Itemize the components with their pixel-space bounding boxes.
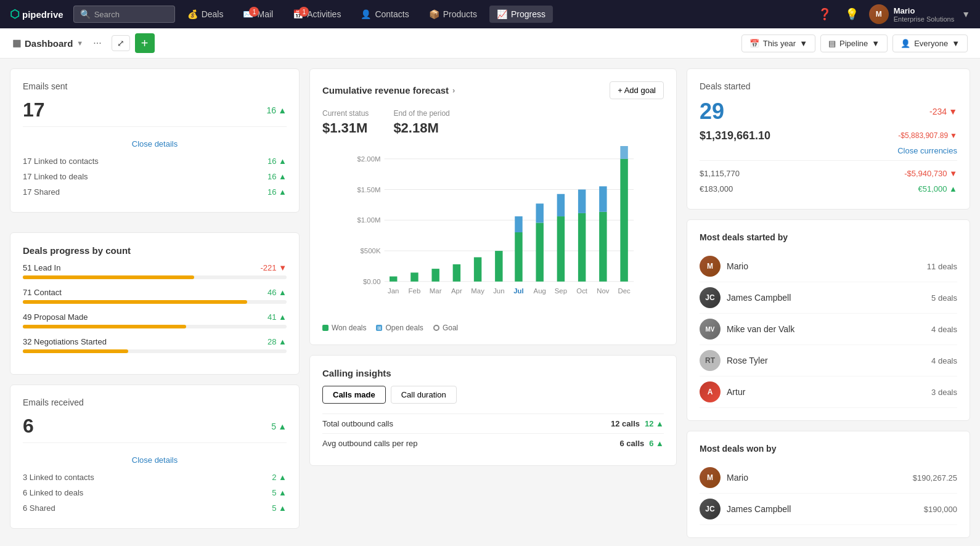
nav-logo[interactable]: ⬡ pipedrive — [10, 7, 63, 21]
deals-started-title: Deals started — [700, 81, 957, 91]
emails-sent-value: 17 — [23, 99, 45, 121]
nav-item-deals[interactable]: 💰 Deals — [180, 6, 231, 23]
legend-goal: Goal — [433, 324, 458, 332]
emails-received-change: 5 ▲ — [271, 422, 287, 431]
progress-bar-2 — [23, 325, 186, 328]
progress-item-3: 32 Negotiations Started 28 ▲ — [23, 337, 287, 353]
progress-change-0: -221 ▼ — [261, 263, 287, 272]
won-james-value: $190,000 — [924, 505, 957, 514]
person-row-james: JC James Campbell 5 deals — [700, 282, 957, 314]
artur-name: Artur — [727, 387, 745, 397]
pipeline-filter[interactable]: ▤ Pipeline ▼ — [820, 35, 888, 52]
won-mario-name: Mario — [727, 473, 748, 483]
svg-rect-37 — [620, 159, 627, 282]
user-icon: 👤 — [900, 39, 910, 48]
calls-made-tab[interactable]: Calls made — [322, 386, 386, 404]
expand-btn[interactable]: ⤢ — [112, 35, 130, 51]
help-icon-btn[interactable]: ❓ — [815, 4, 835, 24]
svg-text:Sep: Sep — [555, 287, 567, 295]
svg-text:Dec: Dec — [618, 287, 631, 295]
call-duration-tab[interactable]: Call duration — [391, 386, 457, 404]
mario-name: Mario — [727, 261, 748, 271]
svg-text:Jan: Jan — [388, 287, 399, 295]
bulb-icon-btn[interactable]: 💡 — [842, 4, 862, 24]
emails-received-value: 6 — [23, 415, 34, 438]
svg-rect-20 — [495, 251, 502, 282]
rose-avatar: RT — [700, 350, 721, 371]
nav-item-mail[interactable]: ✉️ Mail 1 — [235, 6, 280, 23]
emails-received-item-2: 6 Shared 5 ▲ — [23, 500, 287, 516]
deals-icon: 💰 — [187, 9, 198, 19]
pipeline-label: Pipeline — [839, 39, 868, 48]
won-person-row-mario: M Mario $190,267.25 — [700, 462, 957, 494]
svg-text:$2.00M: $2.00M — [357, 155, 380, 163]
nav-item-contacts[interactable]: 👤 Contacts — [353, 6, 416, 23]
revenue-title[interactable]: Cumulative revenue forecast › — [322, 85, 455, 96]
svg-text:Oct: Oct — [576, 287, 588, 295]
current-status-label: Current status — [322, 109, 369, 118]
svg-rect-23 — [515, 216, 522, 232]
svg-text:May: May — [471, 287, 484, 295]
rose-deals: 4 deals — [931, 356, 957, 365]
emails-sent-item-1: 17 Linked to deals 16 ▲ — [23, 169, 287, 184]
progress-bar-1 — [23, 300, 247, 304]
deals-progress-title: Deals progress by count — [23, 245, 287, 256]
nav-item-activities[interactable]: 📅 Activities 1 — [285, 6, 348, 23]
search-box[interactable]: 🔍 — [73, 6, 175, 23]
emails-received-card: Emails received 6 5 ▲ Close details 3 Li… — [10, 385, 300, 529]
progress-item-0: 51 Lead In -221 ▼ — [23, 263, 287, 279]
end-period: End of the period $2.18M — [393, 109, 449, 136]
progress-icon: 📈 — [497, 9, 507, 19]
svg-rect-35 — [599, 186, 606, 211]
emails-sent-change: 16 ▲ — [267, 105, 287, 115]
revenue-chart: $2.00M $1.50M $1.00M $500K $0.00 Jan Feb… — [322, 146, 664, 319]
search-input[interactable] — [94, 10, 168, 19]
svg-rect-32 — [578, 190, 586, 213]
dashboard-title[interactable]: ▦ Dashboard ▼ — [12, 38, 83, 49]
mario-avatar: M — [700, 256, 721, 277]
period-filter[interactable]: 📅 This year ▼ — [741, 35, 815, 52]
nav-item-products[interactable]: 📦 Products — [422, 6, 484, 23]
user-name: Mario — [894, 6, 954, 15]
user-menu[interactable]: M Mario Enterprise Solutions ▼ — [869, 4, 970, 24]
svg-rect-38 — [620, 146, 627, 159]
emails-sent-title: Emails sent — [23, 81, 287, 91]
period-dropdown-icon: ▼ — [799, 39, 807, 48]
dashboard-more-btn[interactable]: ··· — [88, 35, 106, 51]
add-goal-btn[interactable]: + Add goal — [610, 81, 664, 99]
james-name: James Campbell — [727, 293, 791, 303]
add-widget-btn[interactable]: + — [135, 33, 155, 53]
svg-text:Jul: Jul — [513, 287, 523, 295]
emails-sent-item-2: 17 Shared 16 ▲ — [23, 184, 287, 200]
grid-icon: ▦ — [12, 38, 21, 49]
close-details-received[interactable]: Close details — [23, 450, 287, 470]
close-details-emails-sent[interactable]: Close details — [23, 134, 287, 153]
progress-item-1: 71 Contact 46 ▲ — [23, 288, 287, 304]
logo-text: pipedrive — [22, 9, 63, 20]
svg-rect-28 — [557, 216, 565, 282]
legend-won: Won deals — [322, 324, 366, 332]
deals-amount: $1,319,661.10 — [700, 129, 770, 142]
emails-sent-card: Emails sent 17 16 ▲ Close details 17 Lin… — [10, 68, 300, 213]
avatar: M — [869, 4, 889, 24]
most-deals-started-title: Most deals started by — [700, 232, 957, 242]
user-filter[interactable]: 👤 Everyone ▼ — [892, 35, 968, 52]
deals-started-card: Deals started 29 -234 ▼ $1,319,661.10 -$… — [687, 68, 970, 210]
nav-item-progress[interactable]: 📈 Progress — [489, 6, 553, 23]
legend-goal-icon — [433, 325, 439, 331]
down-arrow-icon: ▼ — [949, 107, 957, 116]
close-currencies-btn[interactable]: Close currencies — [700, 144, 957, 160]
mike-deals: 4 deals — [931, 325, 957, 334]
svg-text:Aug: Aug — [534, 287, 546, 295]
rose-name: Rose Tyler — [727, 356, 768, 365]
won-james-avatar: JC — [700, 499, 721, 520]
user-filter-dropdown-icon: ▼ — [952, 39, 960, 48]
svg-rect-18 — [474, 257, 481, 281]
avatar-initials: M — [876, 10, 882, 18]
user-role: Enterprise Solutions — [894, 15, 954, 23]
deals-progress-card: Deals progress by count 51 Lead In -221 … — [10, 232, 300, 375]
revenue-link-icon: › — [452, 86, 455, 95]
person-row-artur: A Artur 3 deals — [700, 377, 957, 408]
won-mario-value: $190,267.25 — [913, 473, 957, 483]
nav-mail-label: Mail — [257, 9, 273, 19]
